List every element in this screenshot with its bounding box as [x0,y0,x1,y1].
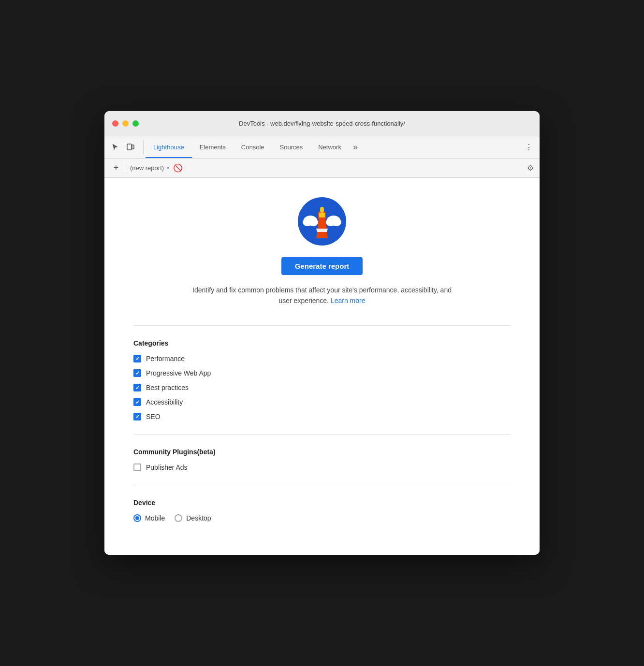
traffic-lights [112,120,139,127]
tabs: Lighthouse Elements Console Sources Netw… [146,136,362,158]
maximize-button[interactable] [132,120,139,127]
checkbox-publisher-ads[interactable]: Publisher Ads [133,463,511,471]
secondary-divider [126,163,126,173]
radio-mobile-inner [135,516,139,520]
checkbox-pwa-box: ✓ [133,369,141,377]
checkbox-performance-label: Performance [146,355,185,362]
community-plugins-title: Community Plugins(beta) [133,448,511,456]
checkbox-best-practices[interactable]: ✓ Best practices [133,384,511,391]
radio-mobile[interactable]: Mobile [133,514,165,522]
lighthouse-logo [298,197,346,246]
check-icon: ✓ [135,356,140,362]
checkbox-accessibility-label: Accessibility [146,398,183,406]
checkbox-best-practices-box: ✓ [133,384,141,391]
more-options-button[interactable]: ⋮ [522,140,536,154]
check-icon: ✓ [135,400,140,405]
device-icon-button[interactable] [124,140,137,154]
title-bar: DevTools - web.dev/fixing-website-speed-… [104,111,540,136]
tab-network[interactable]: Network [310,136,349,158]
checkbox-seo-label: SEO [146,413,161,420]
svg-rect-5 [319,213,325,217]
device-section: Device Mobile Desktop [133,485,511,536]
main-content: Generate report Identify and fix common … [104,178,540,555]
categories-section: Categories ✓ Performance ✓ Progressive W… [133,326,511,434]
generate-report-button[interactable]: Generate report [281,257,363,275]
community-plugins-section: Community Plugins(beta) Publisher Ads [133,434,511,485]
radio-desktop-outer [175,514,182,522]
check-icon: ✓ [135,371,140,376]
toolbar-divider [143,140,144,154]
checkbox-best-practices-label: Best practices [146,384,189,391]
toolbar-right: ⋮ [518,136,536,158]
device-radio-group: Mobile Desktop [133,514,511,522]
tab-lighthouse[interactable]: Lighthouse [146,136,192,158]
checkbox-seo[interactable]: ✓ SEO [133,413,511,420]
settings-button[interactable]: ⚙ [527,163,534,173]
checkbox-performance[interactable]: ✓ Performance [133,355,511,362]
dropdown-arrow-icon: ▾ [167,165,169,171]
checkbox-performance-box: ✓ [133,355,141,362]
window-title: DevTools - web.dev/fixing-website-speed-… [239,120,405,127]
radio-mobile-outer [133,514,141,522]
report-selector[interactable]: (new report) ▾ [130,164,169,172]
close-button[interactable] [112,120,118,127]
cancel-report-button[interactable]: 🚫 [173,163,183,173]
toolbar-icons [108,136,137,158]
svg-rect-0 [127,144,132,150]
categories-title: Categories [133,339,511,347]
svg-point-12 [332,218,341,226]
more-tabs-button[interactable]: » [349,136,362,158]
check-icon: ✓ [135,414,140,420]
svg-rect-13 [320,207,324,213]
checkbox-seo-box: ✓ [133,413,141,420]
learn-more-link[interactable]: Learn more [331,297,366,304]
device-title: Device [133,499,511,507]
checkbox-accessibility[interactable]: ✓ Accessibility [133,398,511,406]
checkbox-pwa-label: Progressive Web App [146,369,211,377]
add-report-button[interactable]: + [110,162,122,174]
check-icon: ✓ [135,385,140,391]
more-options-icon: ⋮ [525,143,533,152]
tab-elements[interactable]: Elements [192,136,234,158]
svg-marker-6 [316,229,328,232]
toolbar: Lighthouse Elements Console Sources Netw… [104,136,540,159]
checkbox-accessibility-box: ✓ [133,398,141,406]
report-name: (new report) [130,164,164,172]
tab-console[interactable]: Console [234,136,272,158]
tab-sources[interactable]: Sources [272,136,311,158]
radio-mobile-label: Mobile [145,514,165,522]
device-icon [127,143,134,151]
hero-section: Generate report Identify and fix common … [133,197,511,326]
secondary-right: ⚙ [527,163,534,173]
hero-description: Identify and fix common problems that af… [187,285,457,306]
minimize-button[interactable] [122,120,129,127]
svg-point-9 [308,218,318,226]
devtools-window: DevTools - web.dev/fixing-website-speed-… [104,111,540,555]
checkbox-pwa[interactable]: ✓ Progressive Web App [133,369,511,377]
secondary-bar: + (new report) ▾ 🚫 ⚙ [104,159,540,178]
description-text: Identify and fix common problems that af… [192,286,452,304]
cursor-icon [111,143,119,151]
svg-rect-1 [132,145,134,149]
radio-desktop-label: Desktop [186,514,211,522]
radio-desktop[interactable]: Desktop [175,514,211,522]
checkbox-publisher-ads-label: Publisher Ads [146,463,188,471]
checkbox-publisher-ads-box [133,463,141,471]
cursor-icon-button[interactable] [108,140,122,154]
